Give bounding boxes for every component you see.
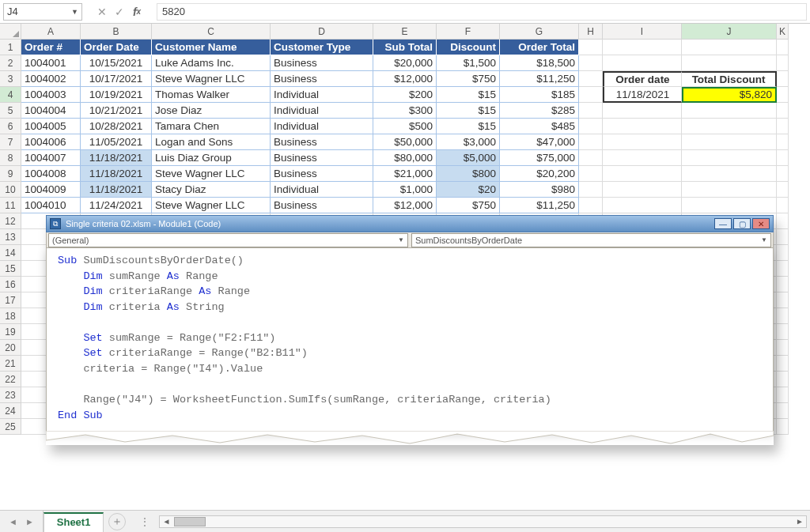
close-icon[interactable]: ✕ [752, 218, 770, 229]
hdr-order[interactable]: Order # [21, 40, 81, 55]
row-head-5[interactable]: 5 [0, 103, 21, 119]
table-cell[interactable]: Individual [271, 103, 373, 119]
table-cell[interactable]: 1004003 [21, 87, 81, 103]
cell-K17[interactable] [777, 292, 789, 308]
row-head-6[interactable]: 6 [0, 119, 21, 134]
row-head-18[interactable]: 18 [0, 308, 21, 324]
table-cell[interactable]: Business [271, 198, 373, 213]
hdr-total[interactable]: Order Total [500, 40, 579, 55]
table-cell[interactable]: Steve Wagner LLC [152, 198, 271, 213]
table-cell[interactable]: $12,000 [373, 71, 437, 87]
cell-J10[interactable] [682, 182, 777, 198]
summary-hdr-date[interactable]: Order date [603, 71, 682, 87]
cell-I11[interactable] [603, 198, 682, 213]
table-cell[interactable]: Steve Wagner LLC [152, 166, 271, 182]
table-cell[interactable]: $980 [500, 182, 579, 198]
name-box[interactable]: J4 ▼ [3, 3, 82, 21]
table-cell[interactable]: $3,000 [437, 134, 500, 150]
cell-K7[interactable] [777, 134, 789, 150]
table-cell[interactable]: $11,250 [500, 198, 579, 213]
table-cell[interactable]: $185 [500, 87, 579, 103]
cell-K10[interactable] [777, 182, 789, 198]
cell-K1[interactable] [777, 40, 789, 55]
table-cell[interactable]: $750 [437, 198, 500, 213]
col-head-A[interactable]: A [21, 24, 81, 40]
cell-K4[interactable] [777, 87, 789, 103]
col-head-B[interactable]: B [81, 24, 152, 40]
col-head-C[interactable]: C [152, 24, 271, 40]
row-head-23[interactable]: 23 [0, 387, 21, 403]
cell-K3[interactable] [777, 71, 789, 87]
table-cell[interactable]: $80,000 [373, 150, 437, 166]
table-cell[interactable]: 1004001 [21, 55, 81, 71]
row-head-11[interactable]: 11 [0, 198, 21, 213]
table-cell[interactable]: Stacy Diaz [152, 182, 271, 198]
cell-H10[interactable] [579, 182, 603, 198]
table-cell[interactable]: $18,500 [500, 55, 579, 71]
select-all-triangle[interactable] [0, 24, 21, 40]
row-head-14[interactable]: 14 [0, 245, 21, 261]
table-cell[interactable]: Jose Diaz [152, 103, 271, 119]
table-cell[interactable]: $1,500 [437, 55, 500, 71]
cell-H2[interactable] [579, 55, 603, 71]
hscroll-thumb[interactable] [174, 517, 206, 526]
col-head-H[interactable]: H [579, 24, 603, 40]
table-cell[interactable]: $485 [500, 119, 579, 134]
cell-K5[interactable] [777, 103, 789, 119]
table-cell[interactable]: Luke Adams Inc. [152, 55, 271, 71]
table-cell[interactable]: Logan and Sons [152, 134, 271, 150]
table-cell[interactable]: 10/15/2021 [81, 55, 152, 71]
table-cell[interactable]: $285 [500, 103, 579, 119]
cell-J6[interactable] [682, 119, 777, 134]
cell-I8[interactable] [603, 150, 682, 166]
row-head-4[interactable]: 4 [0, 87, 21, 103]
row-head-12[interactable]: 12 [0, 213, 21, 229]
table-cell[interactable]: $12,000 [373, 198, 437, 213]
table-cell[interactable]: Individual [271, 119, 373, 134]
cell-H6[interactable] [579, 119, 603, 134]
row-head-16[interactable]: 16 [0, 277, 21, 292]
table-cell[interactable]: Business [271, 55, 373, 71]
col-head-K[interactable]: K [777, 24, 789, 40]
hdr-disc[interactable]: Discount [437, 40, 500, 55]
tab-next-icon[interactable]: ► [23, 517, 36, 526]
table-cell[interactable]: $50,000 [373, 134, 437, 150]
cell-I10[interactable] [603, 182, 682, 198]
row-head-3[interactable]: 3 [0, 71, 21, 87]
hdr-date[interactable]: Order Date [81, 40, 152, 55]
table-cell[interactable]: 11/18/2021 [81, 150, 152, 166]
table-cell[interactable]: $500 [373, 119, 437, 134]
table-cell[interactable]: Business [271, 71, 373, 87]
cell-J2[interactable] [682, 55, 777, 71]
row-head-20[interactable]: 20 [0, 340, 21, 356]
cell-H4[interactable] [579, 87, 603, 103]
col-head-F[interactable]: F [437, 24, 500, 40]
table-cell[interactable]: $200 [373, 87, 437, 103]
table-cell[interactable]: $1,000 [373, 182, 437, 198]
cell-H1[interactable] [579, 40, 603, 55]
table-cell[interactable]: Business [271, 150, 373, 166]
row-head-1[interactable]: 1 [0, 40, 21, 55]
row-head-22[interactable]: 22 [0, 372, 21, 387]
cell-J9[interactable] [682, 166, 777, 182]
add-sheet-button[interactable]: ＋ [108, 513, 126, 530]
sheet-tab-active[interactable]: Sheet1 [44, 512, 104, 532]
formula-bar-input[interactable]: 5820 [157, 3, 807, 21]
table-cell[interactable]: Individual [271, 87, 373, 103]
table-cell[interactable]: 1004004 [21, 103, 81, 119]
vba-code-pane[interactable]: Sub SumDiscountsByOrderDate() Dim sumRan… [46, 248, 774, 431]
cell-I9[interactable] [603, 166, 682, 182]
table-cell[interactable]: 11/24/2021 [81, 198, 152, 213]
table-cell[interactable]: $300 [373, 103, 437, 119]
vba-proc-dropdown[interactable]: SumDiscountsByOrderDate▼ [411, 233, 771, 247]
cell-K20[interactable] [777, 340, 789, 356]
table-cell[interactable]: 10/19/2021 [81, 87, 152, 103]
row-head-2[interactable]: 2 [0, 55, 21, 71]
cell-H11[interactable] [579, 198, 603, 213]
row-head-21[interactable]: 21 [0, 356, 21, 372]
cell-H7[interactable] [579, 134, 603, 150]
tab-split-handle[interactable]: ⋮ [140, 516, 159, 527]
table-cell[interactable]: Thomas Walker [152, 87, 271, 103]
maximize-icon[interactable]: ▢ [733, 218, 751, 229]
cell-J1[interactable] [682, 40, 777, 55]
